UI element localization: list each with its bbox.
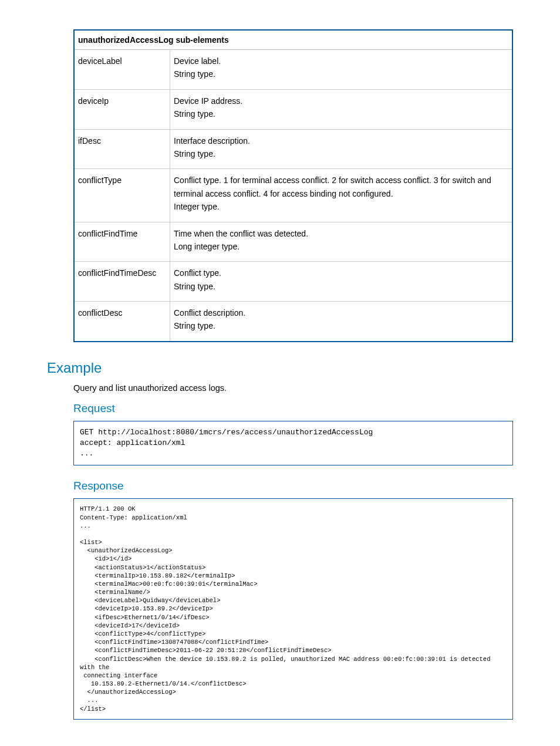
example-heading: Example [47, 360, 513, 376]
response-code: HTTP/1.1 200 OK Content-Type: applicatio… [73, 498, 513, 719]
table-header: unauthorizedAccessLog sub-elements [74, 30, 512, 50]
sub-elements-table: unauthorizedAccessLog sub-elements devic… [73, 29, 513, 342]
element-desc: Conflict type.String type. [170, 262, 513, 302]
table-row: deviceIpDevice IP address.String type. [74, 89, 512, 129]
table-row: conflictFindTimeTime when the conflict w… [74, 222, 512, 262]
table-row: ifDescInterface description.String type. [74, 129, 512, 169]
element-desc: Interface description.String type. [170, 129, 513, 169]
element-name: conflictFindTime [74, 222, 170, 262]
element-desc: Device IP address.String type. [170, 89, 513, 129]
table-row: deviceLabelDevice label.String type. [74, 50, 512, 90]
request-code: GET http://localhost:8080/imcrs/res/acce… [73, 421, 513, 466]
element-name: deviceLabel [74, 50, 170, 90]
example-intro: Query and list unauthorized access logs. [73, 383, 513, 393]
element-desc: Time when the conflict was detected.Long… [170, 222, 513, 262]
response-heading: Response [73, 480, 513, 492]
element-name: ifDesc [74, 129, 170, 169]
element-name: conflictType [74, 169, 170, 222]
table-row: conflictDescConflict description.String … [74, 302, 512, 342]
element-desc: Conflict type. 1 for terminal access con… [170, 169, 513, 222]
table-row: conflictTypeConflict type. 1 for termina… [74, 169, 512, 222]
request-heading: Request [73, 402, 513, 415]
table-row: conflictFindTimeDescConflict type.String… [74, 262, 512, 302]
element-name: conflictFindTimeDesc [74, 262, 170, 302]
element-desc: Conflict description.String type. [170, 302, 513, 342]
element-desc: Device label.String type. [170, 50, 513, 90]
element-name: deviceIp [74, 89, 170, 129]
element-name: conflictDesc [74, 302, 170, 342]
